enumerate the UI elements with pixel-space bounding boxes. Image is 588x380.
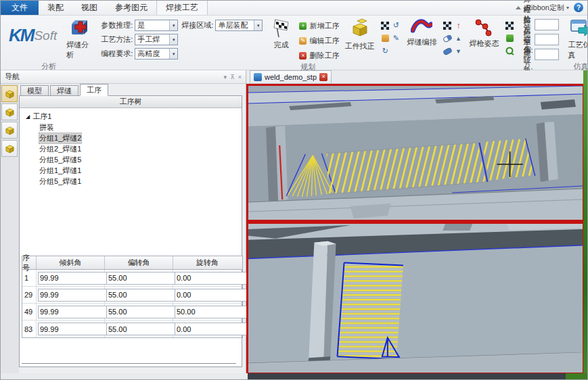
workpiece-align-button[interactable]: 工件找正 [342, 17, 376, 53]
chevron-down-icon [169, 34, 177, 45]
process-tree: ◢ 工序1 拼装 分组1_焊缝2 分组2_焊缝1 分组5_焊缝5 分组1_焊缝1… [20, 108, 242, 189]
strip-model-icon[interactable] [1, 85, 18, 102]
menu-tab-reference[interactable]: 参考图元 [106, 1, 156, 15]
angle-table-header: 序号 倾斜角 偏转角 旋转角 [22, 256, 242, 270]
gun-angle-fields: 焊枪前后倾角: 焊枪左右偏转角: 焊枪手腕方向角: [519, 16, 562, 70]
flag-mini-icon[interactable] [505, 22, 514, 30]
horizontal-scrollbar[interactable] [22, 363, 236, 364]
arrow-up-icon[interactable]: ↑ [456, 21, 460, 30]
ribbon-group-analysis: KM Soft 焊缝分析 分析 [1, 16, 97, 70]
chevron-down-icon [169, 49, 177, 59]
method-select[interactable]: 手工焊 [135, 34, 178, 45]
rotate-ccw-icon[interactable]: ↺ [393, 21, 399, 30]
nav-main: 模型 焊缝 工序 工序树 ◢ 工序1 拼装 分组1_焊缝2 分组2_焊缝1 分 [19, 84, 246, 374]
pen-icon[interactable]: ✎ [393, 34, 399, 43]
tree-header: 工序树 [20, 96, 242, 108]
viewport-bottom[interactable] [246, 222, 585, 375]
tree-expand-icon[interactable]: ◢ [26, 114, 30, 120]
scene-bottom [248, 224, 583, 373]
weld-pass-icon[interactable] [443, 34, 453, 43]
tape-measure-icon[interactable] [505, 47, 514, 55]
tool-icons-b: ↑ ▲ ▼ [442, 17, 463, 57]
help-icon[interactable]: ? [574, 3, 583, 12]
flag-mini-icon[interactable] [443, 22, 451, 30]
weld-pass-solid-icon[interactable] [443, 47, 453, 55]
bottom-green-segment [566, 373, 588, 379]
close-document-icon[interactable]: × [319, 73, 327, 81]
menu-file-tab[interactable]: 文件 [1, 0, 39, 15]
menu-tab-weld-process[interactable]: 焊接工艺 [156, 0, 208, 15]
gun-posture-icon [474, 18, 494, 37]
swatch-icon[interactable] [506, 34, 514, 42]
tab-seam[interactable]: 焊缝 [50, 85, 78, 96]
simulation-icon [569, 18, 588, 39]
region-field: 焊接区域: 单层装配 [181, 17, 263, 31]
tree-item[interactable]: 分组5_焊缝1 [21, 176, 240, 187]
process-simulation-button[interactable]: 工艺仿真 [566, 17, 588, 62]
flag-mini-icon[interactable] [381, 22, 389, 30]
rotate-cw-icon[interactable]: ↻ [382, 47, 388, 55]
weld-hatch-patch [338, 262, 403, 359]
chevron-up-icon[interactable]: ▲ [455, 35, 461, 42]
chevron-down-icon [169, 20, 177, 30]
document-title: weld_demo_stp [265, 73, 317, 81]
tree-item-selected[interactable]: 分组1_焊缝2 [21, 133, 240, 143]
tab-process[interactable]: 工序 [80, 84, 108, 96]
table-row: 83 ▲▼ ▲▼ ▲▼ [22, 320, 242, 337]
seam-arrange-icon [411, 18, 432, 36]
edit-process-button[interactable]: ✎ 编辑工序 [299, 34, 339, 47]
gun-left-right-angle-input[interactable] [535, 34, 559, 45]
close-panel-icon[interactable]: × [238, 74, 242, 80]
navigation-header: 导航 ▾ ⊼ × [1, 70, 246, 84]
finish-button[interactable]: 完成 [266, 17, 296, 51]
weld-region-select[interactable]: 单层装配 [215, 20, 263, 31]
dock-icon[interactable]: ▾ [224, 74, 227, 80]
workpiece-align-icon [348, 18, 371, 40]
tree-item[interactable]: 分组1_焊缝1 [21, 165, 240, 176]
edit-icon: ✎ [299, 37, 307, 45]
strip-process-icon[interactable] [1, 122, 18, 139]
tree-item[interactable]: 分组5_焊缝5 [21, 154, 240, 165]
collapse-ribbon-icon[interactable] [516, 6, 521, 9]
gun-wrist-angle-input[interactable] [535, 49, 559, 60]
table-row: 29 ▲▼ ▲▼ ▲▼ [22, 287, 242, 304]
new-process-button[interactable]: + 新增工序 [299, 20, 339, 32]
scene-top [248, 86, 583, 220]
logo-km-text: KM [9, 25, 33, 46]
tool-icons-c [504, 17, 515, 57]
desktop-background-strip [583, 70, 587, 380]
table-row: 49 ▲▼ ▲▼ ▲▼ [22, 304, 242, 320]
gun-posture-button[interactable]: 焊枪姿态 [467, 17, 501, 50]
weld-analysis-button[interactable]: 焊缝分析 [64, 17, 94, 62]
nav-tabs: 模型 焊缝 工序 [19, 84, 246, 96]
nav-icon-strip [1, 84, 19, 374]
process-buttons: + 新增工序 ✎ 编辑工序 × 删除工序 [299, 17, 339, 62]
gun-front-back-angle-input[interactable] [535, 19, 559, 30]
logo-soft-text: Soft [34, 28, 57, 43]
ribbon-group-planning: 参数推理: 是 工艺方法: 手工焊 编程要求: 高 [98, 16, 518, 70]
param-infer-select[interactable]: 是 [135, 20, 178, 31]
pin-icon[interactable]: ⊼ [230, 74, 235, 80]
menu-tab-view[interactable]: 视图 [72, 1, 106, 15]
strip-library-icon[interactable] [1, 140, 18, 157]
ribbon-group-simulation: 工艺仿真 仿真 [563, 16, 588, 70]
planning-fields: 参数推理: 是 工艺方法: 手工焊 编程要求: 高 [101, 17, 178, 60]
program-req-select[interactable]: 高精度 [135, 48, 178, 60]
checkered-flag-icon [272, 18, 290, 39]
param-infer-label: 参数推理: [101, 20, 133, 30]
document-tab[interactable]: weld_demo_stp × [250, 70, 332, 83]
seam-arrange-button[interactable]: 焊缝编排 [405, 17, 438, 49]
table-row: 1 ▲▼ ▲▼ ▲▼ [22, 270, 242, 287]
tab-model[interactable]: 模型 [20, 85, 49, 96]
process-tree-panel: 工序树 ◢ 工序1 拼装 分组1_焊缝2 分组2_焊缝1 分组5_焊缝5 分组1… [19, 95, 242, 367]
weld-analysis-icon [69, 18, 89, 39]
viewport-top[interactable] [246, 84, 585, 222]
tree-root[interactable]: ◢ 工序1 [21, 111, 240, 122]
stamp-icon[interactable] [382, 34, 389, 42]
tree-item[interactable]: 拼装 [21, 122, 240, 133]
menu-tab-assembly[interactable]: 装配 [39, 1, 72, 15]
delete-process-button[interactable]: × 删除工序 [299, 49, 339, 62]
strip-seam-icon[interactable] [1, 103, 18, 120]
tree-item[interactable]: 分组2_焊缝1 [21, 143, 240, 154]
chevron-down-icon[interactable]: ▼ [455, 48, 461, 55]
